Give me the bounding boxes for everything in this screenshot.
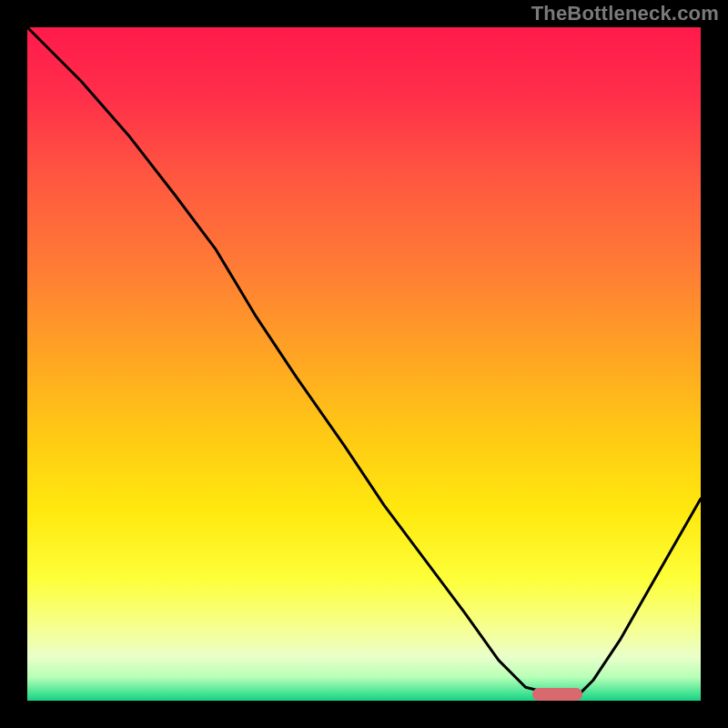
chart-frame: TheBottleneck.com — [0, 0, 728, 728]
optimum-marker — [532, 688, 582, 701]
watermark-text: TheBottleneck.com — [531, 2, 719, 25]
curve-line — [27, 27, 701, 701]
plot-area — [27, 27, 701, 701]
